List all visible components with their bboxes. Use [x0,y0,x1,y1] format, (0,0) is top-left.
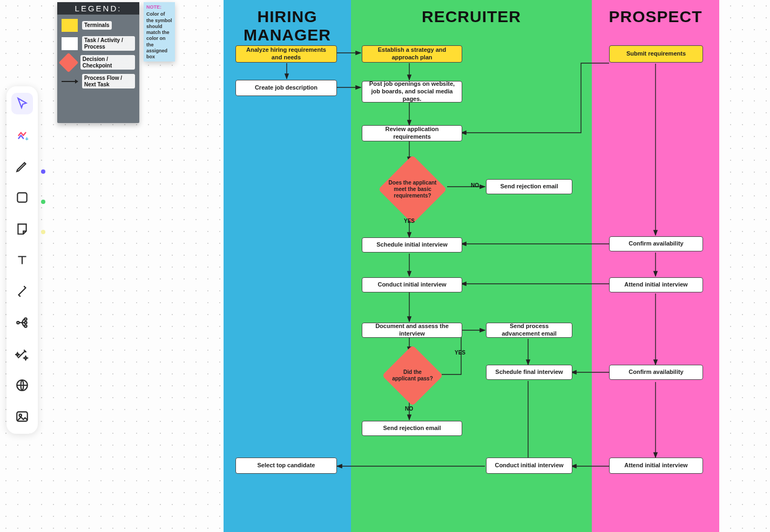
lane-header-rec: RECRUITER [351,0,592,38]
left-toolbar: + [6,86,38,434]
cursor-icon [15,97,29,111]
box-hm-analyze[interactable]: Analyze hiring requirements and needs [235,45,337,63]
tool-connector[interactable] [11,281,33,302]
legend-label-flow: Process Flow / Next Task [82,74,135,88]
legend-label-task: Task / Activity / Process [82,36,135,51]
decide1-text: Does the applicant meet the basic requir… [388,180,437,199]
box-rec-post[interactable]: Post job openings on website, job boards… [362,81,462,103]
note-body: Color of the symbol should match the col… [146,11,172,60]
tool-mindmap[interactable] [11,312,33,333]
box-pros-confirm2[interactable]: Confirm availability [609,365,703,380]
legend-swatch-task [62,37,78,50]
box-rec-conduct2[interactable]: Conduct initial interview [486,458,572,474]
box-hm-createjd[interactable]: Create job description [235,80,337,96]
mindmap-icon [15,316,29,330]
legend-row-terminals: Terminals [57,15,139,32]
tool-text[interactable] [11,249,33,271]
note-title: NOTE: [146,4,172,10]
box-rec-advance[interactable]: Send process advancement email [486,323,572,338]
legend-swatch-arrow [62,81,78,82]
box-pros-submit[interactable]: Submit requirements [609,45,703,63]
sticky-note[interactable]: NOTE: Color of the symbol should match t… [144,2,175,62]
tool-pen[interactable] [11,155,33,177]
legend-title: LEGEND: [57,2,139,15]
tool-magic[interactable] [11,343,33,365]
pen-color-dot [41,169,45,174]
box-pros-confirm1[interactable]: Confirm availability [609,236,703,251]
pen-icon [15,159,29,173]
tool-select[interactable] [11,93,33,114]
svg-point-24 [17,322,19,324]
legend-swatch-decision [59,52,79,72]
box-pros-attend1[interactable]: Attend initial interview [609,277,703,292]
label-no2: NO [405,406,413,412]
box-rec-schedfinal[interactable]: Schedule final interview [486,365,572,380]
label-yes1: YES [404,218,415,224]
connector-icon [15,284,29,298]
tool-ai[interactable]: + [11,124,33,146]
box-rec-conduct1[interactable]: Conduct initial interview [362,277,462,292]
label-yes2: YES [455,350,465,356]
box-rec-reject1[interactable]: Send rejection email [486,179,572,194]
box-rec-review[interactable]: Review application requirements [362,125,462,141]
label-no1: NO [471,182,479,188]
svg-text:+: + [25,135,28,142]
lane-recruiter[interactable]: RECRUITER [351,0,592,532]
svg-point-27 [24,325,26,327]
shape-color-dot [41,200,45,204]
box-rec-document[interactable]: Document and assess the interview [362,323,462,338]
svg-point-26 [24,322,26,324]
image-icon [15,410,29,424]
legend-row-task: Task / Activity / Process [57,32,139,51]
legend-label-terminals: Terminals [82,21,112,30]
svg-rect-23 [17,193,26,202]
legend-swatch-terminal [62,19,78,32]
magic-wand-icon [15,347,29,361]
square-icon [15,190,29,204]
box-rec-reject2[interactable]: Send rejection email [362,421,462,436]
svg-point-25 [24,318,26,320]
sticky-color-dot [41,230,45,234]
legend-panel[interactable]: LEGEND: Terminals Task / Activity / Proc… [57,2,139,123]
box-pros-attend2[interactable]: Attend initial interview [609,458,703,474]
tool-globe[interactable] [11,374,33,396]
sticky-note-icon [15,222,29,236]
tool-sticky[interactable] [11,218,33,240]
globe-icon [15,378,29,392]
legend-row-decision: Decision / Checkpoint [57,51,139,70]
text-icon [15,253,29,267]
lane-header-pros: PROSPECT [592,0,719,38]
tool-image[interactable] [11,406,33,427]
legend-label-decision: Decision / Checkpoint [80,55,135,70]
box-hm-selecttop[interactable]: Select top candidate [235,458,337,474]
box-rec-sched1[interactable]: Schedule initial interview [362,237,462,253]
svg-point-30 [19,414,22,417]
ai-brain-icon: + [15,128,29,142]
box-rec-strategy[interactable]: Establish a strategy and approach plan [362,45,462,63]
decide2-text: Did the applicant pass? [391,369,434,382]
legend-row-flow: Process Flow / Next Task [57,70,139,88]
tool-shape[interactable] [11,187,33,208]
lane-prospect[interactable]: PROSPECT [592,0,719,532]
